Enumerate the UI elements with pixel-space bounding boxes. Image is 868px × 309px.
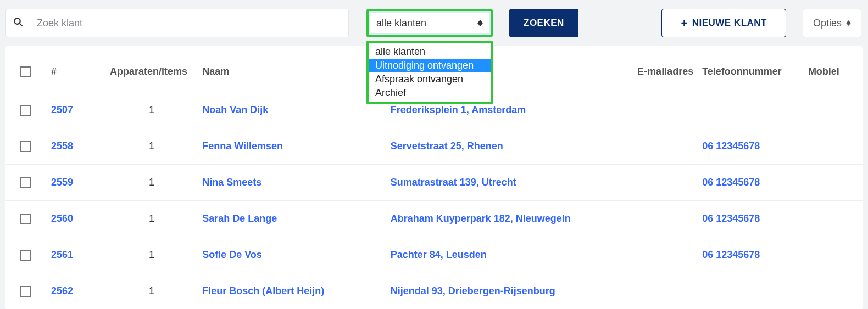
row-checkbox[interactable] — [20, 177, 31, 188]
sort-caret-icon — [477, 20, 483, 26]
row-checkbox[interactable] — [20, 214, 31, 224]
filter-dropdown: alle klantenUitnodiging ontvangenAfspraa… — [366, 41, 493, 104]
filter-region: alle klanten alle klantenUitnodiging ont… — [366, 9, 493, 37]
select-all-checkbox[interactable] — [20, 66, 31, 77]
col-check — [5, 46, 47, 92]
filter-option[interactable]: alle klanten — [369, 45, 491, 59]
filter-option[interactable]: Archief — [369, 86, 491, 100]
row-id-link[interactable]: 2507 — [51, 104, 73, 115]
col-mobile[interactable]: Mobiel — [804, 46, 863, 92]
new-customer-button[interactable]: + NIEUWE KLANT — [661, 9, 786, 37]
sort-caret-icon — [846, 20, 851, 26]
row-name-link[interactable]: Nina Smeets — [202, 177, 261, 188]
row-checkbox[interactable] — [20, 141, 31, 152]
row-name-link[interactable]: Sofie De Vos — [202, 249, 262, 260]
row-devices: 1 — [149, 213, 154, 224]
row-checkbox[interactable] — [20, 105, 31, 116]
row-address-link[interactable]: Frederiksplein 1, Amsterdam — [391, 104, 526, 115]
row-id-link[interactable]: 2561 — [51, 249, 73, 260]
row-name-link[interactable]: Fleur Bosch (Albert Heijn) — [202, 285, 324, 296]
search-input[interactable] — [25, 9, 348, 37]
filter-selected-label: alle klanten — [376, 18, 426, 29]
filter-select[interactable]: alle klanten — [366, 9, 493, 37]
table-row: 25611Sofie De VosPachter 84, Leusden06 1… — [5, 237, 863, 273]
row-address-link[interactable]: Pachter 84, Leusden — [391, 249, 487, 260]
col-id[interactable]: # — [47, 46, 105, 92]
options-button[interactable]: Opties — [803, 9, 861, 37]
options-label: Opties — [813, 18, 842, 29]
table-row: 25621Fleur Bosch (Albert Heijn)Nijendal … — [5, 273, 863, 309]
plus-icon: + — [681, 17, 687, 30]
table-row: 25581Fenna WillemsenServetstraat 25, Rhe… — [5, 128, 863, 165]
row-devices: 1 — [149, 177, 154, 188]
row-devices: 1 — [149, 104, 154, 115]
row-id-link[interactable]: 2559 — [51, 177, 73, 188]
row-address-link[interactable]: Nijendal 93, Driebergen-Rijsenburg — [391, 285, 555, 296]
col-phone[interactable]: Telefoonnummer — [698, 46, 804, 92]
row-id-link[interactable]: 2562 — [51, 285, 73, 296]
filter-option[interactable]: Afspraak ontvangen — [369, 72, 491, 86]
table-row: 25591Nina SmeetsSumatrastraat 139, Utrec… — [5, 165, 863, 201]
svg-marker-5 — [846, 23, 850, 26]
row-phone-link[interactable]: 06 12345678 — [702, 249, 760, 260]
row-phone-link[interactable]: 06 12345678 — [702, 213, 760, 224]
svg-line-1 — [19, 23, 22, 26]
row-devices: 1 — [149, 141, 154, 151]
row-devices: 1 — [149, 249, 154, 260]
toolbar: alle klanten alle klantenUitnodiging ont… — [0, 0, 868, 46]
col-email[interactable]: E-mailadres — [621, 46, 698, 92]
row-address-link[interactable]: Abraham Kuyperpark 182, Nieuwegein — [391, 213, 571, 224]
row-name-link[interactable]: Sarah De Lange — [202, 213, 277, 224]
svg-marker-3 — [477, 23, 483, 26]
col-devices[interactable]: Apparaten/items — [105, 46, 198, 92]
filter-option[interactable]: Uitnodiging ontvangen — [369, 59, 491, 72]
row-address-link[interactable]: Servetstraat 25, Rhenen — [391, 141, 503, 151]
row-checkbox[interactable] — [20, 250, 31, 261]
search-field-wrap — [5, 9, 349, 37]
row-id-link[interactable]: 2558 — [51, 141, 73, 151]
row-phone-link[interactable]: 06 12345678 — [702, 177, 760, 188]
row-name-link[interactable]: Fenna Willemsen — [202, 141, 283, 151]
row-address-link[interactable]: Sumatrastraat 139, Utrecht — [391, 177, 516, 188]
row-checkbox[interactable] — [20, 286, 31, 297]
col-name[interactable]: Naam — [198, 46, 386, 92]
table-row: 25601Sarah De LangeAbraham Kuyperpark 18… — [5, 201, 863, 237]
row-phone-link[interactable]: 06 12345678 — [702, 141, 760, 151]
new-customer-label: NIEUWE KLANT — [692, 18, 767, 29]
search-icon — [12, 17, 25, 30]
row-id-link[interactable]: 2560 — [51, 213, 73, 224]
row-name-link[interactable]: Noah Van Dijk — [202, 104, 268, 115]
row-devices: 1 — [149, 285, 154, 296]
search-button[interactable]: ZOEKEN — [509, 9, 578, 37]
